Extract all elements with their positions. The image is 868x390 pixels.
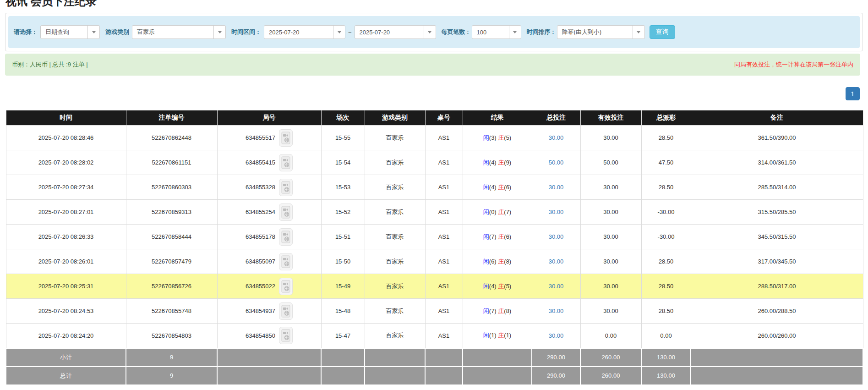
video-replay-icon[interactable] (279, 253, 293, 270)
chevron-down-icon (87, 26, 99, 38)
result-player-label: 闲 (483, 209, 489, 215)
cell-table-no: AS1 (425, 324, 463, 348)
total-payout: 130.00 (641, 367, 691, 385)
cell-session: 15-49 (321, 274, 365, 299)
cell-payout: 28.50 (641, 249, 691, 274)
result-banker-label: 庄 (498, 159, 504, 166)
cell-game-type: 百家乐 (365, 200, 425, 225)
total-bet-link[interactable]: 50.00 (549, 159, 564, 166)
time-sort-select[interactable]: 降幂(由大到小) (557, 25, 645, 39)
cell-game-type: 百家乐 (365, 324, 425, 348)
header-bet-id: 注单编号 (126, 110, 217, 126)
summary-bar: 币别：人民币 | 总共 :9 注单 | 同局有效投注，统一计算在该局第一张注单内 (5, 54, 860, 76)
total-empty (691, 367, 863, 385)
result-player-label: 闲 (483, 159, 489, 166)
total-bet-link[interactable]: 30.00 (549, 209, 564, 215)
total-empty (321, 367, 365, 385)
cell-time: 2025-07-20 08:28:02 (6, 150, 126, 175)
table-row: 2025-07-20 08:28:02 522670861151 6348554… (6, 150, 863, 175)
query-type-label: 请选择： (14, 28, 38, 36)
cell-result: 闲(7) 庄(8) (463, 299, 532, 324)
game-type-select[interactable]: 百家乐 (132, 25, 226, 39)
table-row: 2025-07-20 08:26:33 522670858444 6348551… (6, 225, 863, 249)
cell-time: 2025-07-20 08:27:01 (6, 200, 126, 225)
cell-valid-bet: 30.00 (580, 249, 641, 274)
cell-round-id: 634855022 (217, 274, 321, 299)
cell-total-bet: 30.00 (532, 175, 580, 200)
page-size-select[interactable]: 100 (472, 25, 521, 39)
chevron-down-icon (213, 26, 225, 38)
query-type-select[interactable]: 日期查询 (40, 25, 100, 39)
cell-round-id: 634855097 (217, 249, 321, 274)
total-total-bet: 290.00 (532, 367, 580, 385)
cell-round-id: 634855415 (217, 150, 321, 175)
cell-game-type: 百家乐 (365, 150, 425, 175)
video-replay-icon[interactable] (279, 154, 293, 171)
header-total-bet: 总投注 (532, 110, 580, 126)
video-replay-icon[interactable] (279, 179, 293, 196)
game-type-value: 百家乐 (132, 26, 213, 38)
total-bet-link[interactable]: 30.00 (549, 233, 564, 240)
result-banker-score: (7) (504, 209, 511, 215)
cell-note: 260.00/260.00 (691, 324, 863, 348)
result-player-score: (0) (489, 209, 497, 215)
total-count: 9 (126, 367, 217, 385)
cell-session: 15-53 (321, 175, 365, 200)
cell-valid-bet: 0.00 (580, 324, 641, 348)
chevron-down-icon (509, 26, 521, 38)
result-player-label: 闲 (483, 233, 489, 240)
video-replay-icon[interactable] (279, 129, 293, 147)
bet-records-table: 时间 注单编号 局号 场次 游戏类别 桌号 结果 总投注 有效投注 总派彩 备注… (5, 110, 863, 385)
total-bet-link[interactable]: 30.00 (549, 258, 564, 265)
search-button[interactable]: 查询 (650, 25, 675, 39)
header-session: 场次 (321, 110, 365, 126)
total-bet-link[interactable]: 30.00 (549, 308, 564, 314)
date-to-picker[interactable]: 2025-07-20 (355, 25, 436, 39)
total-bet-link[interactable]: 30.00 (549, 283, 564, 290)
cell-table-no: AS1 (425, 225, 463, 249)
total-bet-link[interactable]: 30.00 (549, 332, 564, 339)
video-replay-icon[interactable] (279, 228, 293, 246)
cell-bet-id: 522670859313 (126, 200, 217, 225)
video-replay-icon[interactable] (279, 302, 293, 320)
time-range-label: 时间区间： (231, 28, 261, 36)
cell-table-no: AS1 (425, 274, 463, 299)
cell-bet-id: 522670854803 (126, 324, 217, 348)
result-banker-label: 庄 (498, 184, 504, 191)
round-id-text: 634854850 (246, 332, 275, 339)
cell-result: 闲(1) 庄(1) (463, 324, 532, 348)
result-player-score: (4) (489, 283, 497, 290)
result-banker-score: (6) (504, 184, 511, 191)
total-bet-link[interactable]: 30.00 (549, 184, 564, 191)
result-player-score: (7) (489, 233, 497, 240)
cell-game-type: 百家乐 (365, 175, 425, 200)
cell-bet-id: 522670855748 (126, 299, 217, 324)
subtotal-empty (425, 348, 463, 367)
video-replay-icon[interactable] (279, 203, 293, 221)
video-replay-icon[interactable] (279, 327, 293, 344)
cell-payout: 28.50 (641, 274, 691, 299)
filter-panel: 请选择： 日期查询 游戏类别 百家乐 时间区间： 2025-07-20 ~ 20… (5, 13, 863, 51)
page-1-button[interactable]: 1 (846, 87, 860, 100)
round-id-text: 634855178 (246, 233, 275, 240)
total-bet-link[interactable]: 30.00 (549, 134, 564, 141)
cell-total-bet: 30.00 (532, 299, 580, 324)
video-replay-icon[interactable] (279, 278, 293, 295)
result-player-score: (1) (489, 332, 497, 339)
total-empty (425, 367, 463, 385)
date-from-picker[interactable]: 2025-07-20 (264, 25, 345, 39)
round-id-text: 634855517 (246, 134, 275, 141)
cell-valid-bet: 30.00 (580, 299, 641, 324)
cell-note: 345.50/315.50 (691, 225, 863, 249)
date-from-value: 2025-07-20 (264, 26, 333, 38)
subtotal-valid-bet: 260.00 (580, 348, 641, 367)
cell-note: 288.50/317.00 (691, 274, 863, 299)
cell-bet-id: 522670860303 (126, 175, 217, 200)
subtotal-label: 小计 (6, 348, 126, 367)
result-banker-label: 庄 (498, 209, 504, 215)
valid-bet-notice-text: 同局有效投注，统一计算在该局第一张注单内 (734, 60, 853, 69)
cell-session: 15-52 (321, 200, 365, 225)
table-row: 2025-07-20 08:25:31 522670856726 6348550… (6, 274, 863, 299)
cell-total-bet: 30.00 (532, 324, 580, 348)
cell-game-type: 百家乐 (365, 249, 425, 274)
